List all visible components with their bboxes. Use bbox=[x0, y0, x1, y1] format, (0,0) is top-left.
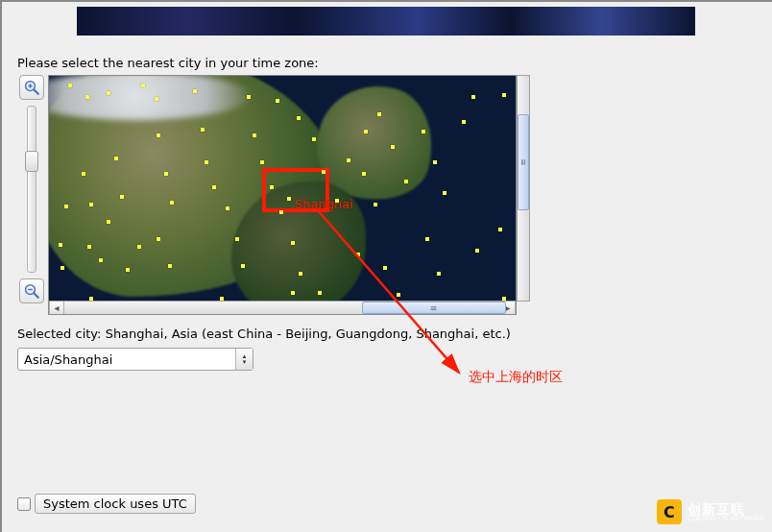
utc-checkbox-label[interactable]: System clock uses UTC bbox=[35, 494, 196, 514]
city-dot[interactable] bbox=[114, 157, 118, 160]
city-dot[interactable] bbox=[220, 297, 224, 301]
city-dot[interactable] bbox=[168, 264, 172, 268]
city-dot[interactable] bbox=[276, 99, 279, 103]
timezone-map[interactable]: Shanghai bbox=[49, 76, 516, 301]
selected-city-dot[interactable] bbox=[287, 197, 291, 201]
city-dot[interactable] bbox=[89, 203, 93, 206]
watermark-badge-icon: C bbox=[657, 499, 682, 524]
map-vertical-scrollbar[interactable] bbox=[517, 75, 530, 302]
city-dot[interactable] bbox=[68, 84, 72, 87]
city-dot[interactable] bbox=[502, 297, 506, 301]
watermark: C 创新互联 CDEDNS.CN NETWORK bbox=[657, 499, 764, 524]
city-dot[interactable] bbox=[312, 137, 316, 141]
zoom-slider-thumb[interactable] bbox=[25, 151, 38, 172]
city-dot[interactable] bbox=[335, 199, 339, 203]
city-dot[interactable] bbox=[157, 133, 160, 137]
city-dot[interactable] bbox=[502, 93, 506, 97]
utc-checkbox-row: System clock uses UTC bbox=[17, 494, 196, 514]
selected-city-label: Selected city: bbox=[17, 326, 101, 341]
city-dot[interactable] bbox=[82, 172, 85, 176]
utc-checkbox[interactable] bbox=[17, 497, 31, 511]
city-dot[interactable] bbox=[241, 264, 245, 268]
city-dot[interactable] bbox=[85, 95, 89, 99]
chevron-down-icon: ▾ bbox=[243, 359, 247, 365]
city-dot[interactable] bbox=[322, 170, 326, 174]
combobox-spinner[interactable]: ▴ ▾ bbox=[235, 349, 253, 370]
city-dot[interactable] bbox=[60, 266, 64, 270]
city-dot[interactable] bbox=[462, 120, 466, 124]
city-dot[interactable] bbox=[64, 205, 68, 208]
city-dot[interactable] bbox=[377, 112, 381, 116]
zoom-out-icon bbox=[23, 282, 40, 300]
city-dot[interactable] bbox=[397, 293, 400, 297]
city-dot[interactable] bbox=[279, 210, 283, 214]
timezone-map-panel: Shanghai ◂ ▸ bbox=[48, 75, 517, 315]
city-dot[interactable] bbox=[126, 268, 130, 272]
watermark-cn: 创新互联 bbox=[688, 502, 764, 516]
city-dot[interactable] bbox=[164, 172, 168, 176]
city-dot[interactable] bbox=[383, 266, 387, 270]
city-dot[interactable] bbox=[89, 297, 93, 301]
annotation-text: 选中上海的时区 bbox=[469, 369, 563, 386]
city-dot[interactable] bbox=[433, 160, 437, 164]
city-dot[interactable] bbox=[120, 195, 124, 199]
city-dot[interactable] bbox=[260, 160, 264, 164]
zoom-out-button[interactable] bbox=[19, 278, 44, 303]
city-dot[interactable] bbox=[425, 237, 429, 241]
zoom-in-button[interactable] bbox=[19, 75, 44, 100]
city-dot[interactable] bbox=[226, 206, 229, 210]
city-dot[interactable] bbox=[471, 95, 475, 99]
city-dot[interactable] bbox=[404, 180, 408, 183]
selected-city-value: Shanghai, Asia (east China - Beijing, Gu… bbox=[106, 326, 511, 341]
watermark-en: CDEDNS.CN NETWORK bbox=[688, 516, 764, 522]
city-dot[interactable] bbox=[299, 272, 302, 276]
scroll-track[interactable] bbox=[64, 302, 500, 314]
city-dot[interactable] bbox=[253, 133, 256, 137]
city-dot[interactable] bbox=[364, 130, 368, 133]
scroll-left-button[interactable]: ◂ bbox=[49, 302, 64, 314]
city-dot[interactable] bbox=[374, 203, 377, 206]
city-dot[interactable] bbox=[201, 128, 205, 132]
installer-banner bbox=[77, 7, 695, 36]
city-dot[interactable] bbox=[291, 241, 295, 245]
city-dot[interactable] bbox=[362, 172, 366, 176]
city-dot[interactable] bbox=[297, 116, 301, 120]
city-dot[interactable] bbox=[170, 201, 174, 205]
city-dot[interactable] bbox=[347, 158, 350, 162]
zoom-in-icon bbox=[23, 79, 40, 96]
scroll-thumb[interactable] bbox=[362, 302, 506, 314]
city-dot[interactable] bbox=[193, 89, 197, 93]
city-dot[interactable] bbox=[157, 237, 160, 241]
city-dot[interactable] bbox=[99, 258, 103, 262]
map-horizontal-scrollbar[interactable]: ◂ ▸ bbox=[49, 301, 516, 314]
timezone-combobox[interactable]: Asia/Shanghai ▴ ▾ bbox=[17, 348, 253, 371]
selected-city-line: Selected city: Shanghai, Asia (east Chin… bbox=[17, 326, 511, 341]
timezone-value[interactable]: Asia/Shanghai bbox=[18, 349, 235, 370]
city-dot[interactable] bbox=[107, 91, 110, 95]
prompt-label: Please select the nearest city in your t… bbox=[17, 56, 319, 70]
svg-line-5 bbox=[34, 293, 38, 298]
city-dot[interactable] bbox=[137, 245, 141, 249]
city-dot[interactable] bbox=[205, 160, 208, 164]
city-dot[interactable] bbox=[235, 237, 239, 241]
city-dot[interactable] bbox=[422, 130, 425, 133]
city-dot[interactable] bbox=[356, 253, 360, 256]
city-dot[interactable] bbox=[437, 272, 441, 276]
city-dot[interactable] bbox=[391, 145, 395, 149]
city-dot[interactable] bbox=[498, 228, 502, 231]
city-dot[interactable] bbox=[141, 84, 145, 87]
city-dot[interactable] bbox=[291, 291, 295, 295]
city-dot[interactable] bbox=[87, 245, 91, 249]
city-dot[interactable] bbox=[155, 97, 158, 101]
scroll-thumb[interactable] bbox=[518, 114, 529, 210]
city-dot[interactable] bbox=[212, 185, 216, 189]
city-dot[interactable] bbox=[318, 291, 322, 295]
city-dot[interactable] bbox=[107, 220, 110, 224]
city-dot[interactable] bbox=[443, 191, 446, 195]
city-dot[interactable] bbox=[475, 249, 479, 253]
city-dot[interactable] bbox=[247, 95, 251, 99]
zoom-controls bbox=[17, 75, 46, 303]
zoom-slider[interactable] bbox=[27, 106, 36, 273]
city-dot[interactable] bbox=[270, 185, 274, 189]
city-dot[interactable] bbox=[59, 243, 62, 247]
